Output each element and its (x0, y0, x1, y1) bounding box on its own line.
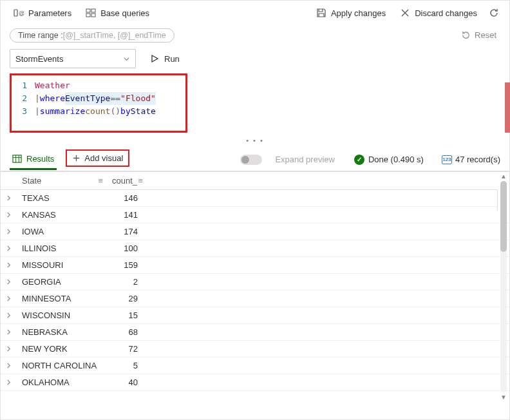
svg-rect-3 (91, 9, 95, 12)
play-icon (150, 54, 159, 63)
results-grid-wrap: Columns State ≡ count_ ≡ TEXAS146KANSAS1… (1, 171, 509, 402)
table-row[interactable]: ILLINOIS100 (1, 240, 509, 257)
edge-marker (505, 82, 510, 133)
expand-row-icon[interactable] (1, 358, 17, 374)
count-header-label: count_ (112, 176, 137, 186)
run-button[interactable]: Run (145, 52, 185, 66)
add-visual-label: Add visual (84, 153, 123, 163)
editor-token: EventType (65, 92, 110, 105)
run-label: Run (164, 54, 180, 64)
expand-row-icon[interactable] (1, 274, 17, 291)
record-count-label: 47 record(s) (455, 155, 500, 164)
cell-state: NORTH CAROLINA (17, 358, 107, 374)
svg-rect-6 (13, 155, 21, 162)
resize-handle[interactable]: • • • (1, 135, 509, 146)
expand-row-icon[interactable] (1, 240, 17, 257)
table-row[interactable]: NORTH CAROLINA5 (1, 358, 509, 374)
refresh-button[interactable] (487, 5, 500, 21)
expand-preview-toggle[interactable] (240, 155, 262, 165)
time-range-prefix: Time range : (18, 31, 63, 40)
table-row[interactable]: MINNESOTA29 (1, 291, 509, 307)
expand-row-icon[interactable] (1, 207, 17, 224)
table-row[interactable]: KANSAS141 (1, 207, 509, 224)
cell-count: 141 (107, 207, 147, 224)
cell-count: 29 (107, 291, 147, 307)
table-row[interactable]: WISCONSIN15 (1, 307, 509, 324)
editor-token: State (131, 105, 156, 118)
cell-state: GEORGIA (17, 274, 107, 291)
expand-row-icon[interactable] (1, 341, 17, 358)
expand-row-icon[interactable] (1, 307, 17, 324)
cell-state: WISCONSIN (17, 307, 107, 324)
scroll-down-icon[interactable]: ▼ (500, 392, 507, 402)
count-column-header[interactable]: count_ ≡ (107, 172, 147, 190)
expand-preview-label: Expand preview (275, 155, 335, 164)
query-header-row: StormEvents Run (1, 49, 509, 73)
cell-count: 159 (107, 257, 147, 274)
apply-label: Apply changes (331, 8, 386, 18)
results-tabs-row: Results Add visual Expand preview ✓ Done… (1, 146, 509, 171)
results-grid: State ≡ count_ ≡ TEXAS146KANSAS141IOWA17… (1, 171, 509, 391)
vertical-scrollbar[interactable]: ▲ ▼ (498, 171, 509, 402)
cell-state: OKLAHOMA (17, 374, 107, 391)
check-icon: ✓ (354, 155, 364, 165)
state-header-label: State (22, 176, 41, 186)
blank-column (147, 172, 509, 190)
table-row[interactable]: GEORGIA2 (1, 274, 509, 291)
editor-token: where (40, 92, 65, 105)
source-value: StormEvents (15, 54, 63, 64)
expand-row-icon[interactable] (1, 374, 17, 391)
editor-token: "Flood" (120, 92, 156, 105)
scrollbar-thumb[interactable] (500, 181, 507, 252)
parameter-icon: @ (14, 8, 24, 18)
cell-count: 100 (107, 240, 147, 257)
table-row[interactable]: MISSOURI159 (1, 257, 509, 274)
column-menu-icon[interactable]: ≡ (98, 176, 102, 186)
time-range-pill[interactable]: Time range : [@]_startTime, [@]_endTime (10, 28, 175, 43)
plus-icon (72, 154, 80, 162)
apply-changes-button[interactable]: Apply changes (312, 5, 390, 21)
cell-count: 40 (107, 374, 147, 391)
table-row[interactable]: IOWA174 (1, 224, 509, 240)
reset-button[interactable]: Reset (457, 28, 500, 43)
discard-changes-button[interactable]: Discard changes (396, 5, 481, 21)
expand-row-icon[interactable] (1, 257, 17, 274)
table-row[interactable]: TEXAS146 (1, 190, 509, 207)
state-column-header[interactable]: State ≡ (17, 172, 107, 190)
status-done-label: Done (0.490 s) (368, 155, 424, 164)
reset-label: Reset (475, 30, 496, 40)
tab-results-label: Results (26, 154, 54, 164)
expand-row-icon[interactable] (1, 291, 17, 307)
record-count: 123 47 record(s) (442, 155, 500, 164)
table-row[interactable]: OKLAHOMA40 (1, 374, 509, 391)
query-editor[interactable]: 1 Weather 2 | where EventType == "Flood"… (10, 73, 187, 133)
column-menu-icon[interactable]: ≡ (138, 176, 142, 186)
svg-rect-0 (14, 10, 17, 16)
parameters-button[interactable]: @ Parameters (10, 5, 75, 21)
base-queries-button[interactable]: Base queries (82, 5, 153, 21)
source-dropdown[interactable]: StormEvents (10, 49, 136, 68)
line-number: 1 (17, 79, 35, 92)
parameters-label: Parameters (28, 8, 71, 18)
table-icon (12, 154, 22, 164)
editor-token: () (110, 105, 120, 118)
base-queries-label: Base queries (100, 8, 149, 18)
expand-row-icon[interactable] (1, 324, 17, 341)
expand-row-icon[interactable] (1, 224, 17, 240)
editor-token: by (120, 105, 131, 118)
cell-count: 174 (107, 224, 147, 240)
scroll-up-icon[interactable]: ▲ (500, 171, 507, 181)
table-row[interactable]: NEBRASKA68 (1, 324, 509, 341)
discard-label: Discard changes (415, 8, 477, 18)
expand-row-icon[interactable] (1, 190, 17, 207)
cell-count: 146 (107, 190, 147, 207)
tab-results[interactable]: Results (10, 150, 57, 170)
table-row[interactable]: NEW YORK72 (1, 341, 509, 358)
add-visual-button[interactable]: Add visual (66, 149, 129, 167)
editor-token: == (110, 92, 120, 105)
cell-state: ILLINOIS (17, 240, 107, 257)
cell-count: 68 (107, 324, 147, 341)
svg-rect-5 (91, 14, 95, 17)
cell-count: 2 (107, 274, 147, 291)
svg-rect-2 (86, 9, 90, 12)
